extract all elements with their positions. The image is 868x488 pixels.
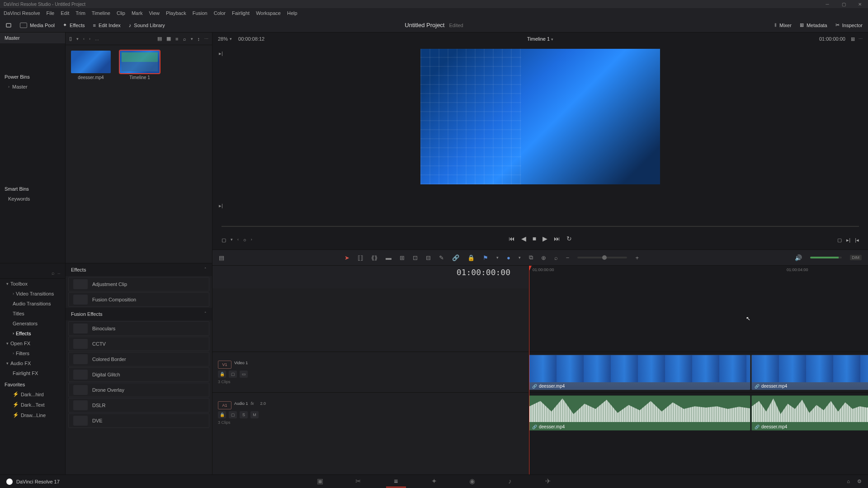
video-clip[interactable]: 🔗deesser.mp4 (751, 355, 868, 390)
fx-item[interactable]: Drone Overlay (68, 383, 209, 397)
insert-icon[interactable]: ⊞ (400, 254, 405, 261)
transform-overlay-icon[interactable]: ▢ (222, 237, 226, 243)
playhead[interactable] (529, 266, 529, 474)
viewer-canvas[interactable] (420, 49, 660, 184)
fx-search-icon[interactable]: ⌕ ⋯ (0, 267, 65, 279)
solo-button[interactable]: S (240, 411, 248, 418)
prev-frame-button[interactable]: ◀ (521, 235, 526, 242)
fairlight-page-button[interactable]: ♪ (500, 475, 520, 488)
razor-icon[interactable]: ✎ (439, 254, 444, 261)
media-page-button[interactable]: ▣ (310, 475, 330, 488)
filters-cat[interactable]: ›Filters (0, 348, 65, 358)
edit-page-button[interactable]: ≡ (386, 475, 406, 488)
fx-item[interactable]: Colored Border (68, 352, 209, 366)
viewer-timeline-name[interactable]: Timeline 1 ▾ (527, 36, 553, 42)
search-icon[interactable]: ⌕ (183, 36, 186, 42)
video-transitions-cat[interactable]: ›Video Transitions (0, 289, 65, 299)
toolbox-cat[interactable]: ▾Toolbox (0, 279, 65, 289)
marker-icon[interactable]: ● (507, 254, 510, 261)
selection-tool[interactable]: ➤ (344, 254, 349, 261)
play-button[interactable]: ▶ (542, 235, 547, 242)
close-button[interactable]: ✕ (852, 0, 868, 8)
lock-icon[interactable]: 🔒 (467, 254, 475, 261)
menu-edit[interactable]: Edit (61, 10, 69, 16)
nav-back-icon[interactable]: ‹ (83, 37, 85, 41)
viewer-out-icon[interactable]: ▸| (846, 237, 850, 243)
favorite-item[interactable]: ⚡ Dark...hird (0, 389, 65, 399)
timeline-ruler[interactable]: 01:00:00:00 01:00:04:00 01:00:08:00 (529, 266, 868, 288)
fx-item[interactable]: Adjustment Clip (68, 277, 209, 291)
library-icon[interactable] (5, 22, 12, 28)
audio-track[interactable]: 🔗deesser.mp4 🔗deesser.mp4 🔗deesser.mp4 (529, 392, 868, 433)
menu-help[interactable]: Help (287, 10, 297, 16)
overwrite-icon[interactable]: ⊡ (413, 254, 418, 261)
fx-item[interactable]: Binoculars (68, 321, 209, 336)
loop-button[interactable]: ↻ (566, 235, 572, 242)
bypass-icon[interactable]: ○ (243, 237, 246, 243)
marker-flag-icon[interactable]: ⚑ (483, 254, 488, 261)
smart-bin-keywords[interactable]: Keywords (0, 193, 65, 204)
fairlightfx-cat[interactable]: Fairlight FX (0, 368, 65, 378)
nav-fwd-icon[interactable]: › (89, 37, 90, 41)
replace-icon[interactable]: ⊟ (426, 254, 431, 261)
auto-select-icon[interactable]: ▢ (229, 411, 237, 418)
fx-item[interactable]: DSLR (68, 398, 209, 413)
link-icon[interactable]: 🔗 (452, 254, 459, 261)
fx-group-effects[interactable]: Effects˄ (66, 263, 212, 276)
maximize-button[interactable]: ▢ (835, 0, 852, 8)
deliver-page-button[interactable]: ✈ (538, 475, 558, 488)
minimize-button[interactable]: ─ (819, 0, 835, 8)
mute-button[interactable]: M (250, 411, 259, 418)
viewer-scrub-bar[interactable] (222, 226, 859, 227)
volume-slider[interactable] (810, 257, 842, 258)
menu-playback[interactable]: Playback (166, 10, 186, 16)
video-track[interactable]: 🔗deesser.mp4 🔗deesser.mp4 🔗deesser.mp4 (529, 352, 868, 392)
color-page-button[interactable]: ◉ (462, 475, 482, 488)
audio-clip[interactable]: 🔗deesser.mp4 (751, 395, 868, 431)
auto-select-icon[interactable]: ▢ (229, 371, 237, 378)
mixer-button[interactable]: ⫴Mixer (774, 22, 792, 28)
fx-item[interactable]: Digital Glitch (68, 367, 209, 382)
menu-trim[interactable]: Trim (75, 10, 85, 16)
fx-item[interactable]: DVE (68, 413, 209, 428)
home-icon[interactable]: ⌂ (847, 479, 850, 484)
stop-button[interactable]: ■ (533, 235, 536, 242)
lock-track-icon[interactable]: 🔒 (218, 411, 226, 418)
dim-button[interactable]: DIM (850, 255, 862, 260)
menu-color[interactable]: Color (214, 10, 226, 16)
video-clip[interactable]: 🔗deesser.mp4 (529, 355, 750, 390)
fx-item[interactable]: CCTV (68, 337, 209, 351)
fx-item[interactable]: Fusion Composition (68, 292, 209, 307)
viewer-in-icon[interactable]: |◂ (855, 237, 859, 243)
edit-index-button[interactable]: ≡Edit Index (93, 23, 120, 28)
trim-tool[interactable]: ⟦⟧ (358, 254, 363, 261)
audio-track-header[interactable]: A1Audio 1fx2.0 🔒▢SM 3 Clips (212, 392, 528, 433)
master-bin[interactable]: Master (0, 33, 65, 43)
favorite-item[interactable]: ⚡ Draw...Line (0, 410, 65, 420)
titles-cat[interactable]: Titles (0, 309, 65, 319)
menu-fusion[interactable]: Fusion (193, 10, 208, 16)
video-track-header[interactable]: V1Video 1 🔒▢▭ 3 Clips (212, 352, 528, 392)
menu-file[interactable]: File (47, 10, 55, 16)
viewer-opts-icon[interactable]: ⊞ (851, 36, 855, 42)
zoom-tool-icon[interactable]: ⌕ (554, 254, 558, 261)
menu-mark[interactable]: Mark (132, 10, 142, 16)
effects-panel-button[interactable]: ✦Effects (63, 22, 85, 28)
view-strip-icon[interactable]: ▤ (157, 36, 162, 42)
volume-icon[interactable]: 🔊 (795, 254, 802, 261)
menu-workspace[interactable]: Workspace (256, 10, 281, 16)
zoom-out-button[interactable]: − (566, 254, 570, 261)
settings-icon[interactable]: ⚙ (857, 479, 862, 484)
viewer-zoom[interactable]: 28% (218, 36, 228, 42)
metadata-button[interactable]: ⊞Metadata (800, 22, 827, 28)
dynamic-trim-tool[interactable]: ⟪⟫ (371, 254, 377, 261)
sort-icon[interactable]: ↕ (198, 36, 200, 42)
zoom-slider[interactable] (577, 257, 627, 258)
media-pool-button[interactable]: Media Pool (20, 23, 55, 28)
timeline-view-icon[interactable]: ▤ (219, 254, 224, 261)
cut-page-button[interactable]: ✂ (348, 475, 368, 488)
favorite-item[interactable]: ⚡ Dark...Text (0, 399, 65, 410)
menu-view[interactable]: View (149, 10, 160, 16)
menu-davinci[interactable]: DaVinci Resolve (4, 10, 40, 16)
zoom-in-button[interactable]: + (635, 254, 639, 261)
